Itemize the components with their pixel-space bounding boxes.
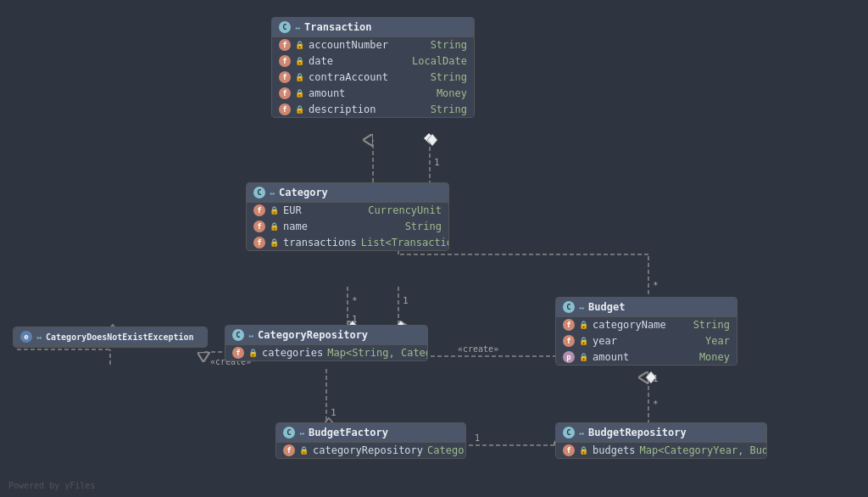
exception-header-arrow: ↔ (36, 332, 42, 342)
transaction-field-accountnumber: f 🔒 accountNumber String (272, 37, 474, 53)
field-name: amount (309, 87, 432, 99)
budget-repository-class[interactable]: C ↔ BudgetRepository f 🔒 budgets Map<Cat… (555, 422, 767, 459)
category-field-name: f 🔒 name String (247, 219, 448, 235)
transaction-field-amount: f 🔒 amount Money (272, 86, 474, 102)
budget-header: C ↔ Budget (556, 298, 737, 317)
categoryrepo-class-icon: C (232, 329, 244, 341)
transaction-class-icon: C (279, 21, 291, 33)
field-icon-f: f (283, 444, 295, 456)
field-icon-f: f (232, 347, 244, 359)
field-name: EUR (283, 204, 364, 216)
field-name: description (309, 103, 426, 115)
category-repository-header: C ↔ CategoryRepository (225, 326, 427, 345)
transaction-field-date: f 🔒 date LocalDate (272, 53, 474, 70)
budget-field-categoryname: f 🔒 categoryName String (556, 317, 737, 333)
field-icon-f: f (279, 55, 291, 67)
budgetfactory-class-icon: C (283, 427, 295, 438)
field-type: String (431, 103, 467, 115)
budget-class[interactable]: C ↔ Budget f 🔒 categoryName String f 🔒 y… (555, 297, 737, 366)
budget-class-icon: C (563, 301, 575, 313)
field-name: date (309, 55, 408, 67)
field-icon-f: f (279, 71, 291, 83)
field-name: categories (262, 347, 323, 359)
field-icon-f: f (563, 335, 575, 347)
lock-icon: 🔒 (299, 446, 309, 455)
field-type: LocalDate (412, 55, 467, 67)
category-field-eur: f 🔒 EUR CurrencyUnit (247, 203, 448, 219)
budgetfactory-field-categoryrepo: f 🔒 categoryRepository CategoryRepositor… (276, 443, 465, 458)
field-icon-f: f (563, 444, 575, 456)
field-icon-f: f (253, 237, 265, 248)
powered-by-label: Powered by yFiles (8, 481, 95, 490)
field-icon-f: f (279, 103, 291, 115)
budgetrepo-field-budgets: f 🔒 budgets Map<CategoryYear, Budget> (556, 443, 766, 458)
field-name: name (283, 221, 401, 232)
field-type: String (431, 71, 467, 83)
category-field-transactions: f 🔒 transactions List<Transaction> (247, 235, 448, 250)
lock-icon: 🔒 (579, 446, 588, 455)
category-class[interactable]: C ↔ Category f 🔒 EUR CurrencyUnit f 🔒 na… (246, 182, 449, 251)
diagram-canvas: C ↔ Transaction f 🔒 accountNumber String… (0, 0, 868, 497)
field-type: String (693, 319, 730, 331)
lock-icon: 🔒 (270, 206, 279, 215)
field-type: Map<String, Category> (327, 347, 428, 359)
budget-field-year: f 🔒 year Year (556, 333, 737, 349)
field-name: transactions (283, 237, 357, 248)
exception-title: CategoryDoesNotExistException (46, 332, 194, 342)
field-icon-f: f (563, 319, 575, 331)
lock-icon: 🔒 (295, 57, 304, 65)
budget-factory-header: C ↔ BudgetFactory (276, 423, 465, 443)
budgetfactory-title: BudgetFactory (309, 427, 388, 438)
exception-header: e ↔ CategoryDoesNotExistException (14, 327, 207, 347)
categoryrepo-header-arrow: ↔ (248, 331, 253, 340)
lock-icon: 🔒 (295, 89, 304, 98)
lock-icon: 🔒 (295, 73, 304, 81)
field-icon-f: f (253, 221, 265, 232)
lock-icon: 🔒 (270, 222, 279, 231)
lock-icon: 🔒 (579, 321, 588, 329)
field-type: Year (705, 335, 730, 347)
category-header: C ↔ Category (247, 183, 448, 203)
category-exception-class[interactable]: e ↔ CategoryDoesNotExistException (13, 327, 208, 348)
lock-icon: 🔒 (248, 349, 258, 357)
field-type: Money (699, 351, 730, 363)
field-type: String (431, 39, 467, 51)
field-name: categoryName (593, 319, 689, 331)
category-title: Category (279, 187, 328, 198)
lock-icon: 🔒 (579, 337, 588, 345)
transaction-field-contraaccount: f 🔒 contraAccount String (272, 70, 474, 86)
budget-header-arrow: ↔ (579, 303, 584, 312)
field-type: Money (437, 87, 467, 99)
field-name: budgets (593, 444, 636, 456)
field-icon-p: p (563, 351, 575, 363)
categoryrepo-title: CategoryRepository (258, 329, 368, 341)
budgetrepo-class-icon: C (563, 427, 575, 438)
transaction-header-arrow: ↔ (295, 23, 300, 32)
transaction-title: Transaction (304, 21, 371, 33)
field-type: String (405, 221, 442, 232)
field-type: List<Transaction> (361, 237, 449, 248)
budget-title: Budget (588, 301, 625, 313)
lock-icon: 🔒 (295, 105, 304, 114)
budget-repository-header: C ↔ BudgetRepository (556, 423, 766, 443)
field-icon-f: f (253, 204, 265, 216)
category-repository-class[interactable]: C ↔ CategoryRepository f 🔒 categories Ma… (225, 325, 428, 361)
field-name: contraAccount (309, 71, 426, 83)
exception-class-icon: e (20, 331, 32, 343)
transaction-class[interactable]: C ↔ Transaction f 🔒 accountNumber String… (271, 17, 475, 118)
transaction-header: C ↔ Transaction (272, 18, 474, 37)
category-class-icon: C (253, 187, 265, 198)
lock-icon: 🔒 (270, 238, 279, 247)
field-icon-f: f (279, 39, 291, 51)
field-name: accountNumber (309, 39, 426, 51)
field-type: CurrencyUnit (368, 204, 442, 216)
lock-icon: 🔒 (295, 41, 304, 49)
category-header-arrow: ↔ (270, 188, 275, 198)
lock-icon: 🔒 (579, 353, 588, 361)
budget-factory-class[interactable]: C ↔ BudgetFactory f 🔒 categoryRepository… (275, 422, 466, 459)
field-name: year (593, 335, 701, 347)
field-name: categoryRepository (313, 444, 423, 456)
budgetrepo-title: BudgetRepository (588, 427, 687, 438)
field-icon-f: f (279, 87, 291, 99)
budgetrepo-header-arrow: ↔ (579, 428, 584, 438)
